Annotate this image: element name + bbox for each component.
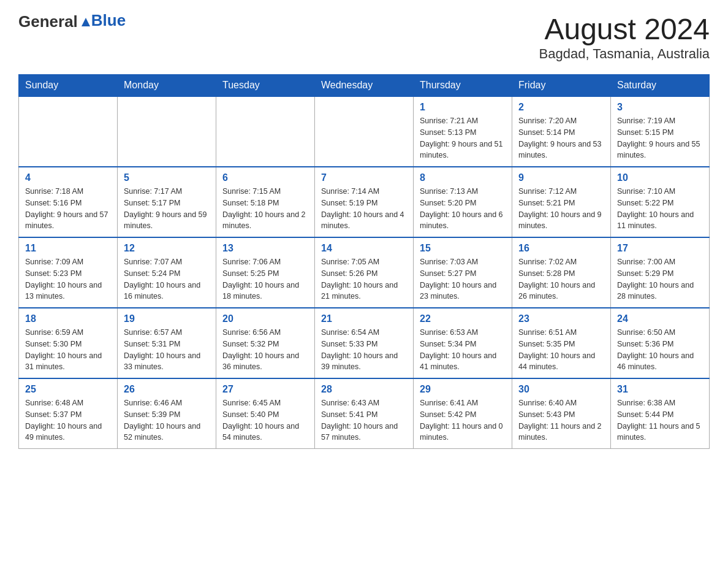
day-info: Sunrise: 7:15 AM Sunset: 5:18 PM Dayligh…: [222, 186, 308, 232]
day-cell: 30Sunrise: 6:40 AM Sunset: 5:43 PM Dayli…: [512, 378, 611, 449]
logo-triangle-icon: [79, 15, 93, 29]
day-number: 2: [518, 102, 604, 113]
day-number: 30: [518, 384, 604, 395]
day-number: 13: [222, 243, 308, 254]
day-info: Sunrise: 6:57 AM Sunset: 5:31 PM Dayligh…: [124, 327, 210, 373]
day-number: 17: [617, 243, 703, 254]
day-info: Sunrise: 7:02 AM Sunset: 5:28 PM Dayligh…: [518, 256, 604, 302]
week-row-1: 1Sunrise: 7:21 AM Sunset: 5:13 PM Daylig…: [19, 96, 710, 167]
day-cell: 1Sunrise: 7:21 AM Sunset: 5:13 PM Daylig…: [414, 96, 512, 167]
day-number: 28: [321, 384, 407, 395]
day-info: Sunrise: 7:21 AM Sunset: 5:13 PM Dayligh…: [420, 115, 506, 161]
day-info: Sunrise: 6:38 AM Sunset: 5:44 PM Dayligh…: [617, 397, 703, 443]
day-info: Sunrise: 7:18 AM Sunset: 5:16 PM Dayligh…: [25, 186, 111, 232]
day-info: Sunrise: 6:50 AM Sunset: 5:36 PM Dayligh…: [617, 327, 703, 373]
day-cell: 20Sunrise: 6:56 AM Sunset: 5:32 PM Dayli…: [216, 308, 315, 378]
day-cell: 12Sunrise: 7:07 AM Sunset: 5:24 PM Dayli…: [118, 237, 216, 308]
day-cell: 6Sunrise: 7:15 AM Sunset: 5:18 PM Daylig…: [216, 167, 315, 237]
day-info: Sunrise: 6:40 AM Sunset: 5:43 PM Dayligh…: [518, 397, 604, 443]
day-number: 24: [617, 313, 703, 324]
day-info: Sunrise: 7:06 AM Sunset: 5:25 PM Dayligh…: [222, 256, 308, 302]
day-cell: 3Sunrise: 7:19 AM Sunset: 5:15 PM Daylig…: [611, 96, 710, 167]
day-cell: [216, 96, 315, 167]
day-cell: 16Sunrise: 7:02 AM Sunset: 5:28 PM Dayli…: [512, 237, 611, 308]
day-number: 25: [25, 384, 111, 395]
day-number: 20: [222, 313, 308, 324]
day-info: Sunrise: 6:59 AM Sunset: 5:30 PM Dayligh…: [25, 327, 111, 373]
day-number: 15: [420, 243, 506, 254]
day-info: Sunrise: 6:56 AM Sunset: 5:32 PM Dayligh…: [222, 327, 308, 373]
svg-marker-0: [82, 18, 90, 26]
col-header-wednesday: Wednesday: [315, 75, 414, 97]
day-info: Sunrise: 7:14 AM Sunset: 5:19 PM Dayligh…: [321, 186, 407, 232]
week-row-5: 25Sunrise: 6:48 AM Sunset: 5:37 PM Dayli…: [19, 378, 710, 449]
day-cell: 22Sunrise: 6:53 AM Sunset: 5:34 PM Dayli…: [414, 308, 512, 378]
day-cell: 24Sunrise: 6:50 AM Sunset: 5:36 PM Dayli…: [611, 308, 710, 378]
title-area: August 2024 Bagdad, Tasmania, Australia: [539, 12, 710, 62]
day-info: Sunrise: 6:51 AM Sunset: 5:35 PM Dayligh…: [518, 327, 604, 373]
day-cell: 18Sunrise: 6:59 AM Sunset: 5:30 PM Dayli…: [19, 308, 118, 378]
day-number: 10: [617, 172, 703, 183]
day-cell: 2Sunrise: 7:20 AM Sunset: 5:14 PM Daylig…: [512, 96, 611, 167]
day-cell: 8Sunrise: 7:13 AM Sunset: 5:20 PM Daylig…: [414, 167, 512, 237]
col-header-friday: Friday: [512, 75, 611, 97]
day-number: 16: [518, 243, 604, 254]
day-cell: 7Sunrise: 7:14 AM Sunset: 5:19 PM Daylig…: [315, 167, 414, 237]
col-header-monday: Monday: [118, 75, 216, 97]
day-info: Sunrise: 6:45 AM Sunset: 5:40 PM Dayligh…: [222, 397, 308, 443]
day-info: Sunrise: 7:00 AM Sunset: 5:29 PM Dayligh…: [617, 256, 703, 302]
day-number: 21: [321, 313, 407, 324]
day-cell: 17Sunrise: 7:00 AM Sunset: 5:29 PM Dayli…: [611, 237, 710, 308]
day-number: 1: [420, 102, 506, 113]
logo: General Blue: [18, 12, 126, 31]
day-number: 8: [420, 172, 506, 183]
col-header-tuesday: Tuesday: [216, 75, 315, 97]
day-info: Sunrise: 7:13 AM Sunset: 5:20 PM Dayligh…: [420, 186, 506, 232]
day-cell: 23Sunrise: 6:51 AM Sunset: 5:35 PM Dayli…: [512, 308, 611, 378]
day-cell: 31Sunrise: 6:38 AM Sunset: 5:44 PM Dayli…: [611, 378, 710, 449]
day-cell: 25Sunrise: 6:48 AM Sunset: 5:37 PM Dayli…: [19, 378, 118, 449]
day-cell: 15Sunrise: 7:03 AM Sunset: 5:27 PM Dayli…: [414, 237, 512, 308]
day-info: Sunrise: 7:19 AM Sunset: 5:15 PM Dayligh…: [617, 115, 703, 161]
day-cell: 10Sunrise: 7:10 AM Sunset: 5:22 PM Dayli…: [611, 167, 710, 237]
day-cell: 4Sunrise: 7:18 AM Sunset: 5:16 PM Daylig…: [19, 167, 118, 237]
day-number: 11: [25, 243, 111, 254]
day-number: 27: [222, 384, 308, 395]
day-cell: 14Sunrise: 7:05 AM Sunset: 5:26 PM Dayli…: [315, 237, 414, 308]
day-number: 23: [518, 313, 604, 324]
day-number: 5: [124, 172, 210, 183]
day-info: Sunrise: 6:54 AM Sunset: 5:33 PM Dayligh…: [321, 327, 407, 373]
day-number: 6: [222, 172, 308, 183]
col-header-sunday: Sunday: [19, 75, 118, 97]
day-info: Sunrise: 7:07 AM Sunset: 5:24 PM Dayligh…: [124, 256, 210, 302]
day-info: Sunrise: 7:20 AM Sunset: 5:14 PM Dayligh…: [518, 115, 604, 161]
day-number: 22: [420, 313, 506, 324]
day-number: 14: [321, 243, 407, 254]
day-cell: 13Sunrise: 7:06 AM Sunset: 5:25 PM Dayli…: [216, 237, 315, 308]
day-number: 3: [617, 102, 703, 113]
day-info: Sunrise: 6:53 AM Sunset: 5:34 PM Dayligh…: [420, 327, 506, 373]
day-number: 7: [321, 172, 407, 183]
week-row-2: 4Sunrise: 7:18 AM Sunset: 5:16 PM Daylig…: [19, 167, 710, 237]
logo-blue: Blue: [91, 11, 126, 30]
day-cell: 27Sunrise: 6:45 AM Sunset: 5:40 PM Dayli…: [216, 378, 315, 449]
day-info: Sunrise: 7:05 AM Sunset: 5:26 PM Dayligh…: [321, 256, 407, 302]
day-info: Sunrise: 7:12 AM Sunset: 5:21 PM Dayligh…: [518, 186, 604, 232]
day-number: 12: [124, 243, 210, 254]
day-number: 18: [25, 313, 111, 324]
day-number: 19: [124, 313, 210, 324]
day-info: Sunrise: 6:41 AM Sunset: 5:42 PM Dayligh…: [420, 397, 506, 443]
day-number: 31: [617, 384, 703, 395]
month-title: August 2024: [539, 12, 710, 46]
day-cell: [315, 96, 414, 167]
day-cell: 29Sunrise: 6:41 AM Sunset: 5:42 PM Dayli…: [414, 378, 512, 449]
day-cell: 21Sunrise: 6:54 AM Sunset: 5:33 PM Dayli…: [315, 308, 414, 378]
day-info: Sunrise: 6:48 AM Sunset: 5:37 PM Dayligh…: [25, 397, 111, 443]
day-info: Sunrise: 7:17 AM Sunset: 5:17 PM Dayligh…: [124, 186, 210, 232]
day-number: 29: [420, 384, 506, 395]
day-info: Sunrise: 7:03 AM Sunset: 5:27 PM Dayligh…: [420, 256, 506, 302]
day-number: 9: [518, 172, 604, 183]
day-info: Sunrise: 7:09 AM Sunset: 5:23 PM Dayligh…: [25, 256, 111, 302]
day-info: Sunrise: 7:10 AM Sunset: 5:22 PM Dayligh…: [617, 186, 703, 232]
day-number: 26: [124, 384, 210, 395]
